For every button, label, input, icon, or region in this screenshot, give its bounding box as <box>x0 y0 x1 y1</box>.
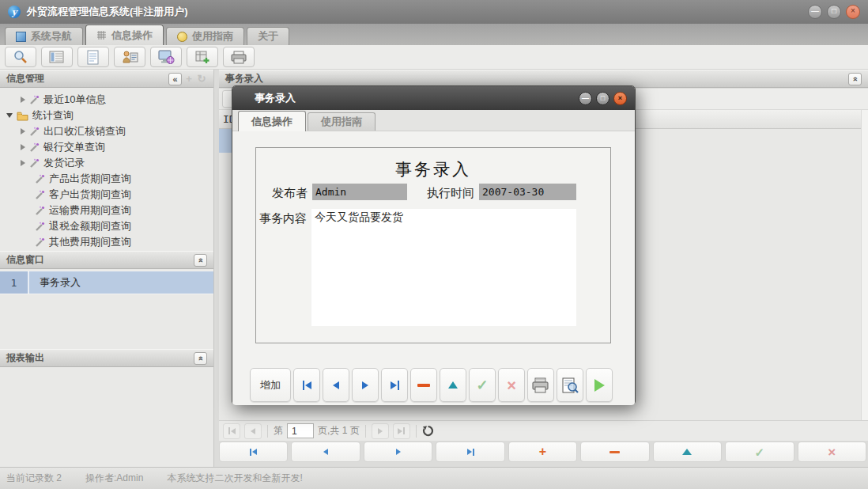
tree-item-otherfee-period[interactable]: 其他费用期间查询 <box>0 234 213 250</box>
check-icon: ✓ <box>476 378 488 392</box>
print-preview-button[interactable] <box>557 368 583 402</box>
tree-item-transport-period[interactable]: 运输费用期间查询 <box>0 203 213 218</box>
query-wand-icon <box>35 222 45 232</box>
tree-item-customer-period[interactable]: 客户出货期间查询 <box>0 187 213 203</box>
page-refresh-button[interactable] <box>422 425 434 437</box>
info-management-panel-header[interactable]: 信息管理 « + ↻ <box>0 70 213 88</box>
tree-item-export-verify[interactable]: 出口收汇核销查询 <box>0 123 213 139</box>
report-view-button[interactable] <box>41 47 73 67</box>
dialog-tab-info-operation[interactable]: 信息操作 <box>238 111 306 131</box>
row-index: 1 <box>0 271 29 294</box>
record-next-button[interactable] <box>364 442 432 462</box>
user-report-button[interactable] <box>114 47 145 67</box>
pager-bar: 第 页,共 1 页 <box>219 420 868 441</box>
page-prefix-label: 第 <box>274 424 283 438</box>
tree-item-bank-docs[interactable]: 银行交单查询 <box>0 139 213 155</box>
record-confirm-button[interactable]: ✓ <box>725 442 794 462</box>
status-bar: 当前记录数 2 操作者:Admin 本系统支持二次开发和全新开发! <box>0 467 868 489</box>
grid-icon <box>96 30 107 40</box>
tab-system-nav[interactable]: 系统导航 <box>5 27 83 45</box>
content-textarea[interactable]: 今天又货品要发货 <box>311 209 576 326</box>
expander-expanded-icon[interactable] <box>6 113 13 118</box>
exec-time-field[interactable] <box>479 184 576 200</box>
record-first-button[interactable] <box>219 442 288 462</box>
vertical-scrollbar[interactable] <box>861 110 868 420</box>
dialog-title-bar[interactable]: 事务录入 — □ × <box>232 86 635 110</box>
page-next-button[interactable] <box>372 423 389 439</box>
tree-item-taxrefund-period[interactable]: 退税金额期间查询 <box>0 218 213 234</box>
tab-about[interactable]: 关于 <box>247 27 289 45</box>
print-button[interactable] <box>527 368 554 402</box>
expander-collapsed-icon[interactable] <box>21 97 25 103</box>
print-button[interactable] <box>223 47 255 67</box>
tab-user-guide[interactable]: 使用指南 <box>166 27 244 45</box>
next-record-button[interactable] <box>352 368 379 402</box>
expander-collapsed-icon[interactable] <box>21 160 25 166</box>
tab-info-operation[interactable]: 信息操作 <box>85 25 164 45</box>
tab-label: 系统导航 <box>31 29 72 44</box>
dialog-minimize-button[interactable]: — <box>579 92 592 105</box>
monitor-button[interactable] <box>150 47 182 67</box>
dialog-maximize-button[interactable]: □ <box>596 92 609 105</box>
expander-collapsed-icon[interactable] <box>21 144 25 150</box>
table-add-button[interactable] <box>187 47 218 67</box>
collapse-up-icon[interactable]: » <box>196 257 206 262</box>
page-suffix-label: 页,共 1 页 <box>318 424 360 438</box>
record-prev-button[interactable] <box>291 442 360 462</box>
panel-title: 信息窗口 <box>6 253 44 267</box>
page-last-button[interactable] <box>393 423 410 439</box>
tree-item-label: 其他费用期间查询 <box>49 235 131 249</box>
report-output-panel-header[interactable]: 报表输出 » <box>0 349 213 367</box>
prev-record-button[interactable] <box>323 368 349 402</box>
collapse-up-icon[interactable]: » <box>196 355 206 360</box>
document-button[interactable] <box>77 47 109 67</box>
record-edit-button[interactable] <box>653 442 722 462</box>
tree-item-statistics[interactable]: 统计查询 <box>0 108 213 123</box>
query-wand-icon <box>35 237 45 248</box>
add-button[interactable]: 增加 <box>250 368 291 402</box>
record-delete-button[interactable] <box>580 442 649 462</box>
execute-button[interactable] <box>586 368 613 402</box>
tab-label: 使用指南 <box>192 29 233 44</box>
minimize-button[interactable]: — <box>808 5 822 19</box>
content-label: 事务内容 <box>259 211 307 226</box>
form-title: 事务录入 <box>256 158 610 180</box>
delete-record-button[interactable] <box>410 368 437 402</box>
tree-item-product-period[interactable]: 产品出货期间查询 <box>0 171 213 187</box>
search-button[interactable] <box>5 47 36 67</box>
dialog-close-button[interactable]: × <box>613 92 627 105</box>
tab-label: 信息操作 <box>111 28 153 43</box>
first-record-button[interactable] <box>293 368 320 402</box>
publisher-field[interactable] <box>312 184 407 200</box>
record-add-button[interactable]: + <box>508 442 577 462</box>
tree-item-shipping-record[interactable]: 发货记录 <box>0 155 213 171</box>
print-preview-icon <box>561 377 579 393</box>
collapse-up-icon[interactable]: » <box>851 76 860 81</box>
info-window-panel-header[interactable]: 信息窗口 » <box>0 251 213 269</box>
record-cancel-button[interactable]: × <box>798 442 866 462</box>
confirm-button[interactable]: ✓ <box>469 368 496 402</box>
page-prev-button[interactable] <box>244 423 262 439</box>
edit-record-button[interactable] <box>440 368 466 402</box>
tree-item-recent10[interactable]: 最近10单信息 <box>0 92 213 108</box>
maximize-button[interactable]: □ <box>827 5 841 19</box>
page-number-input[interactable] <box>287 423 314 438</box>
dialog-tab-user-guide[interactable]: 使用指南 <box>308 112 376 131</box>
cancel-button[interactable]: × <box>498 368 525 402</box>
query-wand-icon <box>29 95 40 105</box>
last-record-button[interactable] <box>381 368 408 402</box>
tree-item-label: 银行交单查询 <box>43 140 105 154</box>
main-toolbar <box>0 45 868 70</box>
page-first-button[interactable] <box>223 423 240 439</box>
query-tree: 最近10单信息 统计查询 出口收汇核销查询 银行交单查询 发货记录 <box>0 88 213 251</box>
info-window-selected-row[interactable]: 1 事务录入 <box>0 271 213 294</box>
query-wand-icon <box>35 190 45 200</box>
collapse-left-icon[interactable]: « <box>168 73 182 85</box>
triangle-up-icon <box>682 449 692 455</box>
expander-collapsed-icon[interactable] <box>21 128 25 135</box>
record-last-button[interactable] <box>436 442 504 462</box>
tree-item-label: 统计查询 <box>32 108 74 123</box>
tree-item-label: 退税金额期间查询 <box>49 219 131 233</box>
close-button[interactable]: × <box>846 5 860 19</box>
status-message: 本系统支持二次开发和全新开发! <box>167 472 302 485</box>
